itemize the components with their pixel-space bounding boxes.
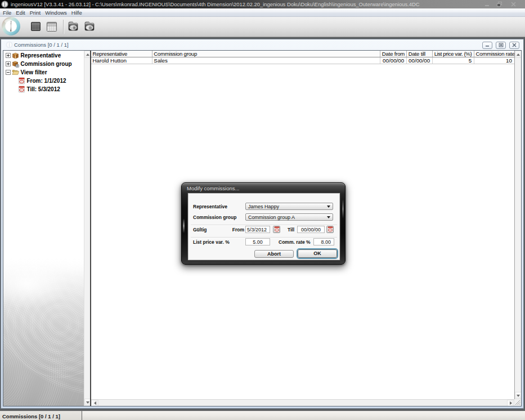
child-maximize-icon[interactable]: [496, 42, 506, 49]
restore-icon[interactable]: [495, 1, 504, 7]
expand-plus-icon[interactable]: [6, 61, 11, 66]
column-header-commission-rate[interactable]: Commission rate: [474, 51, 514, 57]
app-icon: [1, 1, 8, 8]
separator: [191, 237, 337, 238]
table-list-icon[interactable]: [46, 20, 58, 33]
branding-swoosh-graphic: [3, 257, 84, 406]
tree-item-view-filter[interactable]: View filter: [3, 68, 84, 77]
commission-group-dropdown[interactable]: Commission group A: [245, 213, 333, 221]
box-group-icon: [12, 60, 19, 68]
ok-button[interactable]: OK: [298, 249, 337, 258]
toolbar: [0, 17, 525, 37]
column-header-representative[interactable]: Representative: [91, 51, 152, 57]
menu-hilfe[interactable]: Hilfe: [69, 8, 84, 17]
tree-item-filter-from[interactable]: From: 1/1/2012: [3, 77, 84, 85]
filter-tree-pane: Representative Commission group: [3, 51, 84, 406]
table-vertical-scrollbar[interactable]: [514, 51, 521, 399]
ingenious-logo: [1, 16, 21, 36]
from-date-field[interactable]: [245, 226, 270, 233]
list-price-var-label: List price var. %: [193, 239, 230, 245]
close-icon[interactable]: [509, 1, 518, 7]
column-header-commission-group[interactable]: Commission group: [152, 51, 380, 57]
application-window: ingeniousV12 [V3.3.41 - 26.03.12] - C:\U…: [0, 0, 525, 420]
box-icon: [12, 52, 19, 59]
list-price-var-field[interactable]: [245, 238, 270, 245]
scroll-right-icon[interactable]: [507, 400, 514, 406]
calendar-icon: [18, 86, 25, 93]
status-cell: Commissions [0 / 1 / 1]: [0, 411, 82, 420]
status-text: Commissions [0 / 1 / 1]: [2, 413, 60, 419]
till-calendar-button[interactable]: [326, 226, 334, 233]
till-date-field[interactable]: [297, 226, 325, 233]
chevron-down-icon: [327, 205, 330, 208]
table-row[interactable]: Harold Hutton Sales 00/00/00 00/00/00 5 …: [91, 57, 514, 64]
grid-records-icon[interactable]: [29, 20, 42, 33]
child-titlebar[interactable]: Commissions [0 / 1 / 1]: [1, 39, 523, 50]
minimize-icon[interactable]: [482, 1, 491, 7]
scroll-down-icon[interactable]: [515, 392, 522, 399]
validity-label: Gültig: [193, 227, 207, 233]
table-header-row: Representative Commission group Date fro…: [91, 51, 514, 57]
column-header-date-till[interactable]: Date till: [407, 51, 433, 57]
comm-rate-label: Comm. rate %: [279, 239, 309, 245]
chevron-down-icon: [327, 216, 330, 218]
menu-edit[interactable]: Edit: [14, 8, 27, 17]
column-header-list-price-var[interactable]: List price var. (%): [433, 51, 474, 57]
tree-item-commission-group[interactable]: Commission group: [3, 60, 84, 68]
expand-plus-icon[interactable]: [6, 53, 11, 58]
main-titlebar: ingeniousV12 [V3.3.41 - 26.03.12] - C:\U…: [0, 0, 525, 8]
folder-open-icon: [12, 69, 19, 76]
dialog-title: Modify commissions...: [187, 185, 239, 191]
till-label: Till: [279, 227, 294, 233]
table-horizontal-scrollbar[interactable]: [91, 399, 514, 406]
calendar-icon: [18, 77, 25, 84]
dialog-content: Representative James Happy Commission gr…: [188, 193, 340, 260]
tree-item-filter-till[interactable]: Till: 5/3/2012: [3, 85, 84, 93]
child-window-title: Commissions [0 / 1 / 1]: [14, 42, 69, 48]
collapse-minus-icon[interactable]: [6, 70, 11, 75]
separator: [191, 225, 337, 225]
resize-grip[interactable]: [514, 399, 521, 406]
from-label: From: [225, 227, 244, 233]
print-folder-icon[interactable]: [83, 20, 96, 33]
child-minimize-icon[interactable]: [482, 42, 492, 49]
scroll-up-icon[interactable]: [515, 51, 522, 58]
print-folder-icon[interactable]: [67, 20, 79, 33]
status-bar: Commissions [0 / 1 / 1]: [0, 410, 525, 420]
modify-commissions-dialog: Modify commissions... Representative Jam…: [181, 182, 345, 265]
representative-label: Representative: [193, 204, 227, 209]
column-header-date-from[interactable]: Date from: [380, 51, 407, 57]
scroll-left-icon[interactable]: [91, 400, 98, 406]
dialog-titlebar[interactable]: Modify commissions...: [182, 183, 345, 193]
child-close-icon[interactable]: [509, 42, 519, 49]
comm-rate-field[interactable]: [313, 238, 334, 245]
window-title: ingeniousV12 [V3.3.41 - 26.03.12] - C:\U…: [11, 1, 419, 7]
representative-dropdown[interactable]: James Happy: [245, 203, 333, 210]
menu-windows[interactable]: Windows: [43, 8, 69, 17]
menu-print[interactable]: Print: [28, 8, 43, 17]
commissions-table: Representative Commission group Date fro…: [91, 51, 514, 64]
menu-file[interactable]: File: [1, 8, 14, 17]
child-window-icon: [6, 41, 13, 48]
toolbar-separator: [63, 20, 64, 34]
tree-item-representative[interactable]: Representative: [3, 51, 84, 60]
commission-group-label: Commission group: [193, 215, 236, 220]
menu-bar: File Edit Print Windows Hilfe: [0, 8, 525, 17]
abort-button[interactable]: Abort: [254, 250, 294, 258]
